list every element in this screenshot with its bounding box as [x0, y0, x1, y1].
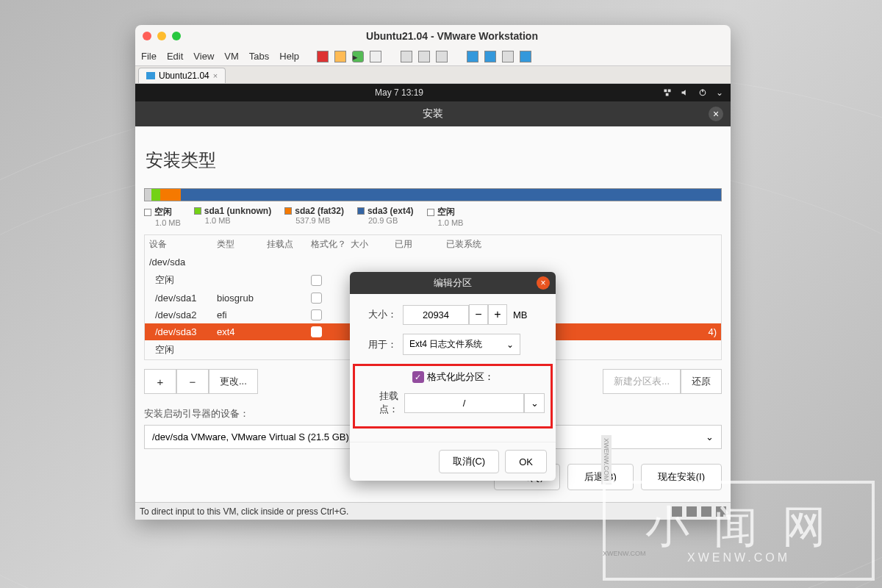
svg-rect-4: [702, 90, 703, 93]
svg-rect-0: [664, 90, 667, 93]
pause-icon[interactable]: [334, 51, 346, 62]
cancel-button[interactable]: 取消(C): [439, 450, 499, 473]
console-icon[interactable]: [484, 51, 496, 62]
menu-help[interactable]: Help: [279, 51, 299, 62]
revert-button[interactable]: 还原: [681, 369, 722, 394]
size-input[interactable]: [403, 305, 469, 325]
bootloader-select[interactable]: /dev/sda VMware, VMware Virtual S (21.5 …: [144, 425, 722, 449]
maximize-icon[interactable]: [172, 32, 181, 40]
cd-icon[interactable]: [686, 506, 697, 517]
window-controls: [143, 32, 181, 40]
format-checkbox-checked[interactable]: ✓: [412, 371, 424, 383]
modal-title: 编辑分区: [434, 276, 472, 290]
svg-rect-1: [668, 90, 671, 93]
table-row[interactable]: /dev/sda1biosgrub: [145, 290, 721, 306]
ok-button[interactable]: OK: [505, 450, 547, 473]
size-increment-button[interactable]: +: [488, 304, 507, 325]
vmware-window: Ubuntu21.04 - VMware Workstation File Ed…: [135, 25, 731, 520]
vm-tab[interactable]: Ubuntu21.04 ×: [138, 68, 226, 83]
install-button[interactable]: 现在安装(I): [641, 464, 722, 490]
menu-file[interactable]: File: [141, 51, 157, 62]
watermark-bottom: XWENW.COM: [603, 550, 646, 557]
svg-rect-2: [666, 93, 669, 96]
disk-legend: 空闲1.0 MB sda1 (unknown)1.0 MB sda2 (fat3…: [144, 206, 722, 227]
watermark-tag: XWENW.COM: [601, 435, 612, 484]
fullscreen-icon[interactable]: [502, 51, 514, 62]
new-table-button[interactable]: 新建分区表...: [603, 369, 681, 394]
status-text: To direct input to this VM, click inside…: [140, 506, 348, 517]
size-label: 大小：: [359, 308, 403, 321]
size-unit: MB: [513, 309, 528, 320]
size-decrement-button[interactable]: −: [469, 304, 488, 325]
status-bar: To direct input to this VM, click inside…: [135, 502, 731, 520]
menubar: File Edit View VM Tabs Help ▸: [135, 47, 731, 66]
format-checkbox[interactable]: [311, 275, 322, 286]
clock[interactable]: May 7 13:19: [135, 87, 663, 98]
edit-partition-modal: 编辑分区 × 大小： − + MB 用于： Ext4 日志文件系统 ⌄ ✓ 格式…: [350, 272, 556, 481]
table-row[interactable]: /dev/sda: [145, 254, 721, 270]
bootloader-label: 安装启动引导器的设备：: [144, 407, 722, 420]
snapshot-manager-icon[interactable]: [418, 51, 430, 62]
usb-icon[interactable]: [716, 506, 726, 517]
disk-icon[interactable]: [672, 506, 682, 517]
chevron-down-icon: ⌄: [706, 431, 714, 442]
monitor-icon: [146, 72, 155, 79]
minimize-icon[interactable]: [157, 32, 166, 40]
close-icon[interactable]: [143, 32, 151, 40]
restart-icon[interactable]: [370, 51, 381, 62]
menu-edit[interactable]: Edit: [167, 51, 183, 62]
highlighted-section: ✓ 格式化此分区： 挂载点： ⌄: [353, 364, 553, 429]
back-button[interactable]: 后退(B): [567, 464, 633, 490]
screen-icon[interactable]: [520, 51, 531, 62]
menu-view[interactable]: View: [193, 51, 214, 62]
window-title: Ubuntu21.04 - VMware Workstation: [181, 30, 723, 42]
format-checkbox[interactable]: [311, 293, 322, 304]
guest-screen[interactable]: May 7 13:19 ⌄ 安装 × 安装类型 空闲1.0 MB sda1 (u…: [135, 84, 731, 502]
titlebar: Ubuntu21.04 - VMware Workstation: [135, 25, 731, 47]
installer-title: 安装: [423, 107, 443, 121]
table-row-selected[interactable]: /dev/sda3ext44): [145, 323, 721, 340]
volume-icon[interactable]: [681, 88, 689, 97]
disk-usage-bar: [144, 188, 722, 201]
network-icon[interactable]: [663, 88, 672, 97]
table-row[interactable]: /dev/sda2efi: [145, 306, 721, 323]
modal-close-icon[interactable]: ×: [537, 276, 550, 290]
mount-label: 挂载点：: [361, 390, 404, 416]
stop-icon[interactable]: [317, 51, 329, 62]
printer-icon[interactable]: [701, 506, 711, 517]
chevron-down-icon[interactable]: ⌄: [716, 87, 723, 98]
power-icon[interactable]: [698, 88, 707, 97]
format-checkbox[interactable]: [311, 326, 322, 337]
tab-label: Ubuntu21.04: [159, 71, 209, 81]
play-icon[interactable]: ▸: [352, 51, 364, 62]
add-partition-button[interactable]: +: [144, 369, 176, 394]
page-heading: 安装类型: [144, 148, 722, 172]
tab-bar: Ubuntu21.04 ×: [135, 66, 731, 84]
close-tab-icon[interactable]: ×: [213, 71, 218, 80]
format-checkbox[interactable]: [311, 309, 322, 320]
watermark: 小 闻 网 XWENW.COM: [603, 481, 875, 581]
unity-icon[interactable]: [467, 51, 478, 62]
filesystem-select[interactable]: Ext4 日志文件系统 ⌄: [403, 334, 520, 355]
installer-header: 安装 ×: [135, 101, 731, 126]
mount-point-input[interactable]: [404, 393, 524, 413]
dialog-close-icon[interactable]: ×: [709, 107, 723, 121]
partition-table: 设备 类型 挂载点 格式化？ 大小 已用 已装系统 /dev/sda 空闲 /d…: [144, 234, 722, 360]
snapshot-icon[interactable]: [401, 51, 412, 62]
use-label: 用于：: [359, 338, 403, 351]
change-button[interactable]: 更改...: [209, 369, 258, 394]
remove-partition-button[interactable]: −: [176, 369, 209, 394]
chevron-down-icon: ⌄: [506, 340, 514, 350]
menu-vm[interactable]: VM: [224, 51, 239, 62]
mount-dropdown-button[interactable]: ⌄: [524, 393, 545, 413]
format-label: 格式化此分区：: [427, 370, 494, 384]
gnome-topbar: May 7 13:19 ⌄: [135, 84, 731, 101]
table-row[interactable]: 空闲: [145, 340, 721, 359]
table-row[interactable]: 空闲: [145, 270, 721, 290]
camera-icon[interactable]: [436, 51, 448, 62]
modal-titlebar: 编辑分区 ×: [350, 272, 556, 294]
menu-tabs[interactable]: Tabs: [249, 51, 269, 62]
quit-button[interactable]: 退出(Q): [494, 464, 561, 490]
